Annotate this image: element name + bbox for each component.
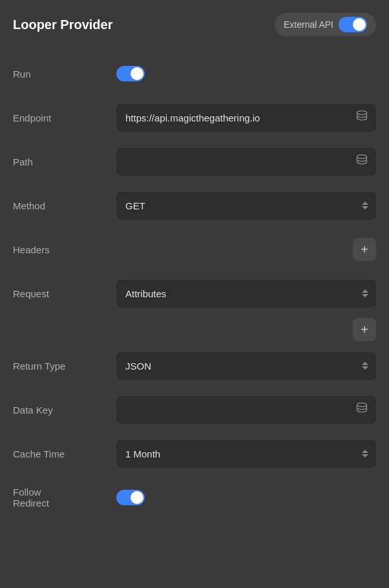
headers-row: Headers + [13,230,376,269]
svg-point-2 [357,403,367,407]
cache-time-label: Cache Time [13,448,116,459]
external-api-badge: External API [275,13,376,36]
run-label: Run [13,68,116,79]
cache-time-select-wrapper: No Cache 1 Minute 5 Minutes 1 Hour 1 Day… [116,440,376,468]
request-select-wrapper: Attributes Body Query [116,280,376,308]
header: Looper Provider External API [13,13,376,36]
request-row: Request Attributes Body Query [13,274,376,313]
follow-redirect-row: Follow Redirect [13,478,376,517]
run-control [116,66,376,81]
cache-time-select[interactable]: No Cache 1 Minute 5 Minutes 1 Hour 1 Day… [116,440,376,468]
data-key-input[interactable] [116,396,376,424]
request-control: Attributes Body Query [116,280,376,308]
request-add-row: + [13,318,376,341]
data-key-row: Data Key [13,390,376,429]
method-row: Method GET POST PUT DELETE PATCH [13,186,376,225]
data-key-input-wrapper [116,396,376,424]
follow-redirect-label: Follow Redirect [13,487,116,509]
run-row: Run [13,54,376,93]
data-key-db-icon [355,402,368,418]
method-select-wrapper: GET POST PUT DELETE PATCH [116,192,376,220]
method-label: Method [13,200,116,211]
endpoint-db-icon [355,110,368,126]
path-control [116,148,376,176]
path-db-icon [355,154,368,170]
endpoint-control [116,104,376,132]
cache-time-control: No Cache 1 Minute 5 Minutes 1 Hour 1 Day… [116,440,376,468]
method-control: GET POST PUT DELETE PATCH [116,192,376,220]
headers-add-button[interactable]: + [353,238,376,261]
return-type-select-wrapper: JSON XML Text [116,352,376,380]
path-label: Path [13,156,116,167]
path-row: Path [13,142,376,181]
headers-control: + [116,238,376,261]
data-key-label: Data Key [13,404,116,415]
path-input-wrapper [116,148,376,176]
return-type-control: JSON XML Text [116,352,376,380]
path-input[interactable] [116,148,376,176]
main-container: Looper Provider External API Run Endpoin… [0,0,389,541]
external-api-toggle-knob [353,18,366,31]
endpoint-input-wrapper [116,104,376,132]
method-select[interactable]: GET POST PUT DELETE PATCH [116,192,376,220]
cache-time-row: Cache Time No Cache 1 Minute 5 Minutes 1… [13,434,376,473]
external-api-toggle[interactable] [339,17,367,32]
request-label: Request [13,288,116,299]
svg-point-0 [357,111,367,115]
return-type-select[interactable]: JSON XML Text [116,352,376,380]
endpoint-row: Endpoint [13,98,376,137]
page-title: Looper Provider [13,17,112,32]
data-key-control [116,396,376,424]
endpoint-label: Endpoint [13,112,116,123]
follow-redirect-toggle-knob [131,491,143,504]
follow-redirect-control [116,490,376,505]
run-toggle-knob [131,67,143,80]
return-type-label: Return Type [13,361,116,372]
return-type-row: Return Type JSON XML Text [13,346,376,385]
headers-label: Headers [13,244,116,255]
endpoint-input[interactable] [116,104,376,132]
request-add-button[interactable]: + [353,318,376,341]
run-toggle[interactable] [116,66,145,81]
follow-redirect-toggle[interactable] [116,490,145,505]
request-select[interactable]: Attributes Body Query [116,280,376,308]
external-api-label: External API [284,19,333,30]
svg-point-1 [357,155,367,159]
